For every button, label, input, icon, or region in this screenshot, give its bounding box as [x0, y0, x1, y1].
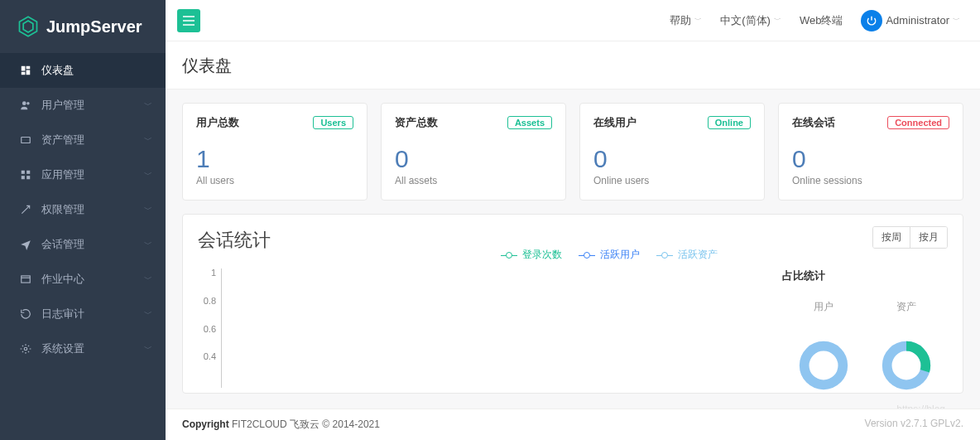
legend-item[interactable]: 活跃资产: [656, 248, 718, 262]
sidebar-item-label: 日志审计: [41, 307, 144, 322]
sidebar-item-label: 作业中心: [41, 272, 144, 287]
card-tag: Assets: [507, 116, 552, 129]
ratio-label-user: 用户: [814, 300, 833, 314]
perm-icon: [18, 204, 33, 215]
panel-title: 会话统计: [198, 228, 271, 253]
sidebar-item-session[interactable]: 会话管理﹀: [0, 227, 166, 262]
y-tick: 0.4: [204, 351, 216, 361]
stats-cards-row: 用户总数Users1All users资产总数Assets0All assets…: [166, 89, 980, 214]
card-title: 在线会话: [792, 115, 835, 130]
chevron-down-icon: ﹀: [144, 99, 152, 111]
sidebar-item-perm[interactable]: 权限管理﹀: [0, 192, 166, 227]
card-title: 资产总数: [395, 115, 438, 130]
y-axis-line: [221, 268, 222, 388]
logo: JumpServer: [0, 0, 166, 53]
logo-icon: [17, 15, 40, 38]
stat-card: 在线会话Connected0Online sessions: [778, 103, 963, 201]
sidebar-item-jobs[interactable]: 作业中心﹀: [0, 262, 166, 297]
card-title: 用户总数: [196, 115, 239, 130]
audit-icon: [18, 308, 33, 320]
legend-item[interactable]: 活跃用户: [579, 248, 640, 262]
logo-text: JumpServer: [46, 17, 142, 36]
dashboard-icon: [18, 65, 33, 76]
card-value: 0: [395, 145, 552, 173]
sidebar: JumpServer 仪表盘用户管理﹀资产管理﹀应用管理﹀权限管理﹀会话管理﹀作…: [0, 0, 166, 440]
chart-legend: 登录次数 活跃用户 活跃资产: [501, 248, 718, 262]
sidebar-item-dashboard[interactable]: 仪表盘: [0, 53, 166, 88]
range-week-button[interactable]: 按周: [873, 227, 910, 248]
stat-card: 资产总数Assets0All assets: [381, 103, 566, 201]
ratio-stats: 占比统计 用户 资产: [766, 268, 948, 393]
session-icon: [18, 239, 33, 250]
sidebar-item-label: 权限管理: [41, 202, 144, 217]
svg-point-9: [805, 346, 843, 385]
svg-rect-2: [22, 138, 31, 143]
svg-point-8: [24, 347, 27, 351]
main-content: 仪表盘 用户总数Users1All users资产总数Assets0All as…: [166, 41, 980, 440]
user-menu[interactable]: Administrator﹀: [861, 10, 960, 31]
y-tick: 0.6: [204, 324, 216, 334]
card-tag: Users: [313, 116, 353, 129]
page-title: 仪表盘: [166, 41, 980, 89]
topbar: 帮助﹀ 中文(简体)﹀ Web终端 Administrator﹀: [166, 0, 980, 41]
assets-icon: [18, 134, 33, 146]
menu-toggle-button[interactable]: [177, 9, 200, 32]
sidebar-item-users[interactable]: 用户管理﹀: [0, 88, 166, 123]
help-link[interactable]: 帮助﹀: [670, 13, 702, 28]
power-icon: [866, 15, 877, 27]
card-subtitle: All assets: [395, 175, 552, 186]
sidebar-item-label: 仪表盘: [41, 63, 152, 78]
asset-ratio-donut: [882, 341, 931, 390]
session-stats-panel: 按周 按月 会话统计 登录次数 活跃用户 活跃资产 10.80.60.4 占比统…: [182, 214, 963, 394]
legend-item[interactable]: 登录次数: [501, 248, 562, 262]
sidebar-item-label: 会话管理: [41, 237, 144, 252]
card-value: 0: [792, 145, 949, 173]
web-terminal-link[interactable]: Web终端: [800, 13, 843, 28]
sidebar-item-assets[interactable]: 资产管理﹀: [0, 123, 166, 157]
ratio-label-asset: 资产: [896, 300, 916, 314]
card-subtitle: Online users: [593, 175, 751, 186]
card-title: 在线用户: [593, 115, 637, 130]
stat-card: 在线用户Online0Online users: [579, 103, 765, 201]
user-ratio-donut: [799, 341, 848, 390]
sidebar-item-label: 系统设置: [41, 341, 144, 356]
chevron-down-icon: ﹀: [144, 169, 152, 181]
sidebar-item-audit[interactable]: 日志审计﹀: [0, 297, 166, 331]
chevron-down-icon: ﹀: [144, 239, 152, 250]
card-value: 0: [593, 145, 751, 173]
svg-point-1: [26, 102, 30, 105]
y-tick: 1: [211, 268, 216, 278]
range-switch: 按周 按月: [872, 226, 948, 249]
card-subtitle: Online sessions: [792, 175, 949, 186]
chevron-down-icon: ﹀: [144, 134, 152, 146]
settings-icon: [18, 343, 33, 355]
users-icon: [18, 99, 33, 111]
line-chart: 10.80.60.4: [198, 268, 766, 393]
card-tag: Connected: [887, 116, 949, 129]
apps-icon: [18, 169, 33, 181]
hamburger-icon: [183, 16, 195, 26]
chevron-down-icon: ﹀: [953, 15, 960, 26]
jobs-icon: [18, 273, 33, 285]
card-tag: Online: [708, 116, 751, 129]
chevron-down-icon: ﹀: [144, 204, 152, 215]
nav-list: 仪表盘用户管理﹀资产管理﹀应用管理﹀权限管理﹀会话管理﹀作业中心﹀日志审计﹀系统…: [0, 53, 166, 366]
y-axis: 10.80.60.4: [198, 268, 219, 393]
y-tick: 0.8: [204, 296, 216, 306]
svg-point-0: [22, 101, 26, 105]
chevron-down-icon: ﹀: [774, 15, 781, 26]
range-month-button[interactable]: 按月: [910, 227, 947, 248]
chevron-down-icon: ﹀: [144, 273, 152, 285]
svg-rect-4: [26, 171, 30, 174]
chevron-down-icon: ﹀: [144, 343, 152, 355]
svg-rect-6: [26, 176, 30, 179]
sidebar-item-label: 用户管理: [41, 98, 144, 113]
card-value: 1: [196, 145, 353, 173]
footer: Copyright FIT2CLOUD 飞致云 © 2014-2021 Vers…: [166, 409, 980, 440]
sidebar-item-label: 资产管理: [41, 133, 144, 147]
sidebar-item-settings[interactable]: 系统设置﹀: [0, 331, 166, 366]
sidebar-item-apps[interactable]: 应用管理﹀: [0, 157, 166, 192]
card-subtitle: All users: [196, 175, 353, 186]
svg-rect-3: [22, 171, 25, 174]
language-select[interactable]: 中文(简体)﹀: [720, 13, 781, 28]
